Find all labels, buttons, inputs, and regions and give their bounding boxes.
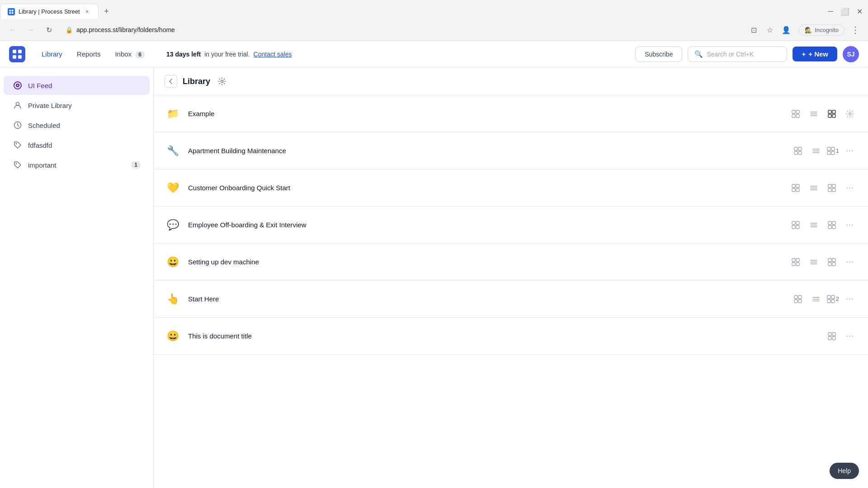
clock-icon <box>13 120 23 130</box>
dev-machine-name: Setting up dev machine <box>188 258 781 266</box>
library-item-dev-machine[interactable]: 😀 Setting up dev machine <box>154 244 868 281</box>
back-button[interactable]: ← <box>5 23 20 37</box>
inbox-label: Inbox <box>115 50 132 58</box>
library-item-example[interactable]: 📁 Example <box>154 95 868 132</box>
start-here-list-button[interactable] <box>809 292 823 306</box>
example-run-button[interactable] <box>788 107 803 121</box>
maximize-button[interactable]: ⬜ <box>839 5 851 18</box>
active-tab[interactable]: Library | Process Street × <box>0 4 99 19</box>
contact-sales-link[interactable]: Contact sales <box>254 51 292 58</box>
library-list-scroll[interactable]: 📁 Example <box>154 95 868 488</box>
library-item-start-here[interactable]: 👆 Start Here 2 <box>154 281 868 318</box>
incognito-profile-button[interactable]: 🕵 Incognito <box>799 24 844 36</box>
onboarding-grid-button[interactable] <box>825 181 839 195</box>
svg-rect-43 <box>796 188 799 192</box>
sidebar-item-private-library[interactable]: Private Library <box>4 96 150 115</box>
svg-rect-86 <box>828 337 831 340</box>
new-button-label: + New <box>808 50 828 58</box>
library-settings-button[interactable] <box>216 75 228 88</box>
dev-machine-run-button[interactable] <box>788 255 803 269</box>
svg-rect-54 <box>796 225 799 229</box>
start-here-emoji: 👆 <box>165 291 181 307</box>
apartment-run-button[interactable] <box>791 144 805 158</box>
incognito-icon: 🕵 <box>805 27 812 33</box>
svg-rect-61 <box>832 225 835 229</box>
start-here-more-button[interactable]: ··· <box>843 292 857 306</box>
example-list-button[interactable] <box>807 107 821 121</box>
cast-icon-button[interactable]: ⊡ <box>746 23 761 37</box>
apartment-more-button[interactable]: ··· <box>843 144 857 158</box>
offboarding-more-button[interactable]: ··· <box>843 218 857 232</box>
onboarding-run-button[interactable] <box>788 181 803 195</box>
trial-description: in your free trial. <box>204 51 250 58</box>
example-settings-button[interactable] <box>843 107 857 121</box>
url-text: app.process.st/library/folders/home <box>76 26 370 33</box>
svg-point-16 <box>221 80 223 83</box>
bookmark-icon-button[interactable]: ☆ <box>763 23 777 37</box>
svg-rect-39 <box>831 151 835 155</box>
avatar[interactable]: SJ <box>843 46 859 62</box>
library-item-customer-onboarding[interactable]: 💛 Customer Onboarding Quick Start <box>154 169 868 206</box>
nav-library-link[interactable]: Library <box>36 47 68 61</box>
sidebar-item-ui-feed[interactable]: UI Feed <box>4 76 150 95</box>
url-bar[interactable]: 🔒 app.process.st/library/folders/home <box>60 23 376 37</box>
offboarding-list-button[interactable] <box>807 218 821 232</box>
svg-rect-81 <box>831 296 835 299</box>
svg-rect-3 <box>12 12 14 14</box>
subscribe-button[interactable]: Subscribe <box>635 47 682 62</box>
offboarding-grid-button[interactable] <box>825 218 839 232</box>
library-item-apartment[interactable]: 🔧 Apartment Building Maintenance <box>154 132 868 169</box>
doc-title-run-button[interactable] <box>825 329 839 343</box>
search-bar[interactable]: 🔍 Search or Ctrl+K <box>688 47 787 62</box>
offboarding-run-button[interactable] <box>788 218 803 232</box>
example-grid-button[interactable] <box>825 107 839 121</box>
app-logo[interactable] <box>9 46 25 62</box>
svg-rect-52 <box>796 221 799 225</box>
svg-rect-49 <box>828 188 831 192</box>
library-item-doc-title[interactable]: 😀 This is document title ··· <box>154 318 868 355</box>
reload-button[interactable]: ↻ <box>42 23 56 37</box>
svg-rect-72 <box>832 263 835 266</box>
svg-rect-51 <box>792 221 795 225</box>
sidebar-item-important[interactable]: important 1 <box>4 155 150 174</box>
minimize-button[interactable]: ─ <box>826 5 835 18</box>
onboarding-actions: ··· <box>788 181 857 195</box>
tab-close-button[interactable]: × <box>84 8 91 15</box>
library-item-employee-offboarding[interactable]: 💬 Employee Off-boarding & Exit Interview <box>154 206 868 244</box>
dev-machine-more-button[interactable]: ··· <box>843 255 857 269</box>
sidebar-item-scheduled[interactable]: Scheduled <box>4 116 150 135</box>
doc-title-actions: ··· <box>825 329 857 343</box>
example-actions <box>788 107 857 121</box>
tag-icon-1 <box>13 140 23 150</box>
dev-machine-list-button[interactable] <box>807 255 821 269</box>
help-button[interactable]: Help <box>830 463 859 479</box>
new-tab-button[interactable]: + <box>100 5 113 18</box>
doc-title-more-button[interactable]: ··· <box>843 329 857 343</box>
tab-title: Library | Process Street <box>19 8 80 15</box>
forward-button[interactable]: → <box>24 23 38 37</box>
nav-reports-link[interactable]: Reports <box>71 47 106 61</box>
onboarding-more-button[interactable]: ··· <box>843 181 857 195</box>
close-window-button[interactable]: ✕ <box>855 5 864 18</box>
nav-inbox-link[interactable]: Inbox 6 <box>109 47 150 61</box>
svg-rect-37 <box>831 147 835 150</box>
start-here-grid-count[interactable]: 2 <box>827 295 839 303</box>
dev-machine-emoji: 😀 <box>165 254 181 270</box>
onboarding-list-button[interactable] <box>807 181 821 195</box>
browser-menu-button[interactable]: ⋮ <box>848 23 863 37</box>
profile-switcher-button[interactable]: 👤 <box>779 23 793 37</box>
new-button[interactable]: + + New <box>793 47 837 61</box>
start-here-count-value: 2 <box>836 296 839 302</box>
svg-rect-84 <box>828 333 831 336</box>
search-icon: 🔍 <box>694 50 703 58</box>
start-here-run-button[interactable] <box>791 292 805 306</box>
svg-rect-63 <box>796 258 799 262</box>
dev-machine-grid-button[interactable] <box>825 255 839 269</box>
collapse-sidebar-button[interactable] <box>165 75 177 88</box>
apartment-name: Apartment Building Maintenance <box>188 147 783 155</box>
sidebar-item-fdfasdfd[interactable]: fdfasdfd <box>4 136 150 155</box>
svg-rect-50 <box>832 188 835 192</box>
apartment-grid-count[interactable]: 1 <box>827 147 839 155</box>
apartment-list-button[interactable] <box>809 144 823 158</box>
svg-rect-69 <box>828 258 831 262</box>
